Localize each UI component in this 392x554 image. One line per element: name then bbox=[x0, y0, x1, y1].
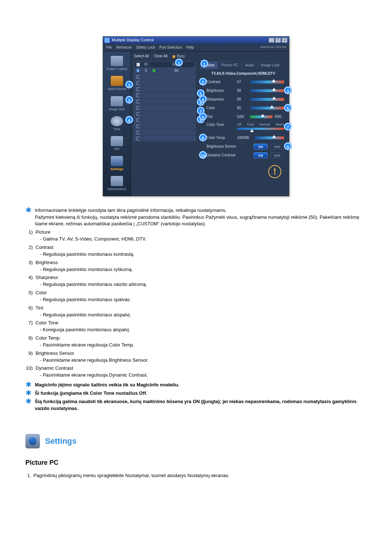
picture-panel: 1 Picture Picture PC Audio Image Lock TV… bbox=[199, 61, 286, 159]
color-tone-selector[interactable]: Off Cool Normal Warm bbox=[237, 122, 284, 127]
table-row[interactable] bbox=[134, 99, 196, 105]
tint-g-value: G50 bbox=[237, 114, 248, 120]
app-icon bbox=[105, 38, 110, 43]
tab-image-lock[interactable]: Image Lock bbox=[258, 61, 283, 69]
busy-icon bbox=[172, 55, 175, 58]
sharpness-slider[interactable] bbox=[250, 98, 284, 101]
star-note-3: Šią funkciją galima naudoti tik ekranuos… bbox=[35, 398, 367, 412]
sidebar-settings[interactable]: Settings bbox=[104, 155, 130, 173]
tab-audio[interactable]: Audio bbox=[242, 61, 258, 69]
color-label: Color bbox=[207, 106, 235, 111]
contrast-label: Contrast bbox=[207, 79, 235, 85]
color-temp-slider[interactable] bbox=[254, 136, 284, 139]
sidebar-input-source[interactable]: Input Source 2 bbox=[104, 74, 130, 93]
select-all-button[interactable]: Select All bbox=[134, 54, 149, 59]
star-icon: ✱ bbox=[25, 207, 31, 228]
sidebar-time[interactable]: Time 4 bbox=[104, 115, 130, 133]
callout-8-right: 8 bbox=[199, 134, 207, 141]
status-icon bbox=[136, 69, 140, 72]
table-row[interactable] bbox=[134, 111, 196, 117]
row-input: AV bbox=[158, 68, 195, 74]
item-5-desc: - Reguliuoja pasirinkto monitoriaus spal… bbox=[40, 296, 367, 303]
brightness-value: 68 bbox=[237, 88, 248, 94]
star-icon: ✱ bbox=[25, 382, 31, 389]
tint-r-value: R50 bbox=[275, 114, 284, 120]
dynamic-contrast-on[interactable]: ON bbox=[254, 152, 268, 158]
callout-5-right: 5 bbox=[284, 104, 291, 111]
image-size-icon bbox=[111, 96, 123, 106]
item-7-desc: - Koreguoja pasirinkto monitoriaus atspa… bbox=[40, 327, 367, 333]
callout-3-right: 3 bbox=[284, 87, 291, 94]
brand-logo: SAMSUNG DIGITall bbox=[260, 45, 286, 50]
table-row[interactable] bbox=[134, 136, 196, 142]
callout-9: 9 bbox=[284, 143, 291, 150]
callout-6-right: 6 bbox=[199, 113, 207, 120]
table-row[interactable] bbox=[134, 117, 196, 123]
ordered-step-1: 1. Pagrindinių piktogramų meniu spragtel… bbox=[25, 472, 367, 479]
app-window: Multiple Display Control _ □ × File Remo… bbox=[103, 36, 289, 196]
time-icon bbox=[111, 116, 123, 126]
table-row[interactable] bbox=[134, 74, 196, 80]
callout-4-right: 4 bbox=[199, 95, 207, 103]
display-table: ID Input 0 AV bbox=[134, 61, 196, 159]
input-source-icon bbox=[111, 76, 123, 86]
menu-port-selection[interactable]: Port Selection bbox=[159, 45, 182, 50]
item-3-title: Brightness bbox=[36, 260, 58, 265]
sidebar-image-size[interactable]: Image Size 3 bbox=[104, 95, 130, 113]
item-4-desc: - Reguliuoja pasirinkto monitoriaus vaiz… bbox=[40, 281, 367, 288]
dynamic-contrast-off[interactable]: OFF bbox=[270, 152, 284, 158]
intro-line-2: Pažymint kiekvieną iš funkcijų, nustatyt… bbox=[35, 214, 359, 227]
table-row[interactable] bbox=[134, 93, 196, 99]
item-8-title: Color Temp bbox=[36, 335, 60, 341]
sidebar-pip[interactable]: PIP bbox=[104, 135, 130, 153]
col-check[interactable] bbox=[134, 63, 142, 66]
item-9-title: Brightness Sensor bbox=[36, 350, 74, 356]
tab-picture-pc[interactable]: Picture PC bbox=[218, 61, 242, 69]
item-6-title: Tint bbox=[36, 305, 43, 311]
table-row[interactable]: 0 AV bbox=[134, 68, 196, 74]
subsection-title: Picture PC bbox=[25, 458, 367, 467]
maximize-button[interactable]: □ bbox=[275, 38, 281, 43]
menu-help[interactable]: Help bbox=[186, 45, 194, 50]
brightness-slider[interactable] bbox=[250, 89, 284, 92]
table-row[interactable] bbox=[134, 105, 196, 111]
titlebar[interactable]: Multiple Display Control _ □ × bbox=[103, 37, 289, 44]
item-4-title: Sharpness bbox=[36, 275, 58, 280]
color-temp-value: 10000K bbox=[237, 135, 252, 141]
menubar: File Remocon Safety Lock Port Selection … bbox=[103, 44, 289, 52]
step-1-text: Pagrindinių piktogramų meniu spragtelėki… bbox=[33, 472, 229, 479]
table-row[interactable] bbox=[134, 123, 196, 130]
settings-icon bbox=[111, 156, 123, 166]
pip-icon bbox=[111, 136, 123, 146]
star-note-1: MagicInfo įėjimo signalo šaltinis veikia… bbox=[35, 382, 367, 389]
table-row[interactable] bbox=[134, 80, 196, 86]
sidebar-power-control[interactable]: Power Control bbox=[104, 54, 130, 73]
callout-2-right: 2 bbox=[199, 78, 207, 85]
table-row[interactable] bbox=[134, 86, 196, 93]
main-area: Select All Clear All Busy 1 ID Input bbox=[131, 52, 289, 196]
sidebar-maintenance[interactable]: Maintenance bbox=[104, 175, 130, 193]
menu-remocon[interactable]: Remocon bbox=[116, 45, 132, 50]
brightness-sensor-on[interactable]: ON bbox=[254, 144, 268, 149]
item-5-title: Color bbox=[36, 290, 47, 295]
menu-file[interactable]: File bbox=[106, 45, 112, 50]
item-1-desc: - Galima TV, AV, S-Video, Component, HDM… bbox=[40, 236, 367, 243]
menu-safety-lock[interactable]: Safety Lock bbox=[136, 45, 155, 50]
section-header: Settings bbox=[25, 434, 367, 448]
brightness-sensor-off[interactable]: OFF bbox=[270, 144, 284, 149]
power-dot-icon bbox=[152, 69, 156, 72]
busy-indicator: Busy bbox=[172, 54, 185, 59]
close-button[interactable]: × bbox=[282, 38, 287, 43]
item-8-desc: - Pasirinktame ekrane reguliuoja Color T… bbox=[40, 342, 367, 349]
color-slider[interactable] bbox=[250, 107, 284, 110]
warning-icon: ! bbox=[268, 165, 281, 178]
intro-line-1: Informaciniame tinklelyje nurodyta tam t… bbox=[35, 208, 226, 213]
contrast-slider[interactable] bbox=[250, 81, 284, 83]
minimize-button[interactable]: _ bbox=[269, 38, 274, 43]
table-row[interactable] bbox=[134, 130, 196, 136]
tint-slider[interactable] bbox=[250, 115, 273, 118]
clear-all-button[interactable]: Clear All bbox=[154, 54, 167, 59]
notes-section: ✱ Informaciniame tinklelyje nurodyta tam… bbox=[25, 207, 367, 412]
item-9-desc: - Pasirinktame ekrane reguliuoja Brightn… bbox=[40, 357, 367, 364]
sharpness-label: Sharpness bbox=[207, 97, 235, 102]
